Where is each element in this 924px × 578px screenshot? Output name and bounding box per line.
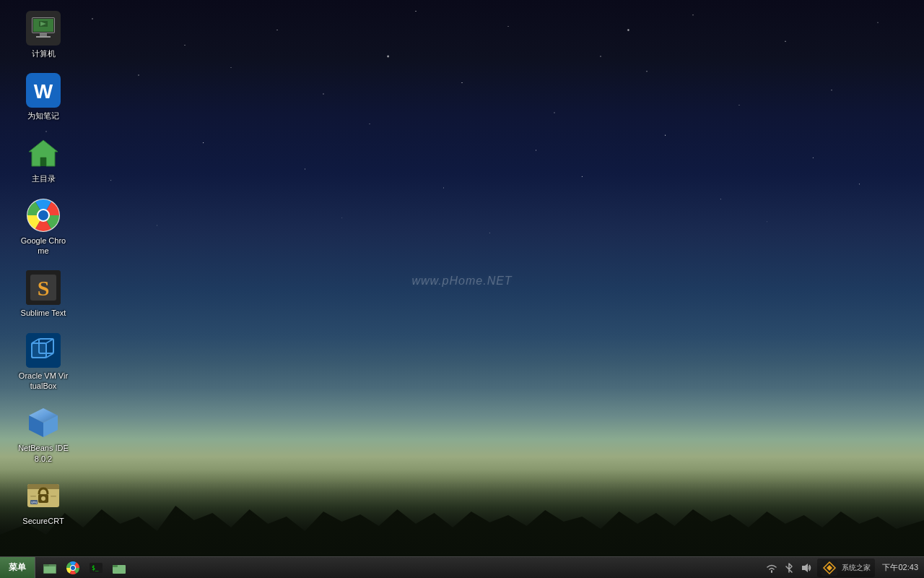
- svg-point-44: [71, 566, 75, 570]
- desktop-icon-computer[interactable]: 计算机: [14, 7, 72, 62]
- sysinfo-text-block: 系统之家: [842, 564, 871, 572]
- svg-text:VPN: VPN: [31, 501, 37, 504]
- wiz-icon-image: W: [26, 73, 61, 108]
- taskbar-sysinfo: 系统之家: [817, 558, 875, 577]
- taskbar-clock: 下午02:43: [882, 562, 918, 573]
- tree-silhouette: [0, 484, 924, 556]
- svg-rect-35: [30, 496, 36, 497]
- sublime-icon-label: Sublime Text: [21, 308, 66, 318]
- netbeans-svg: [26, 405, 61, 440]
- netbeans-icon-image: [26, 405, 61, 440]
- chrome-icon-image: [26, 198, 61, 233]
- virtualbox-svg: [26, 333, 61, 368]
- computer-icon-image: [26, 11, 61, 46]
- sysinfo-label: 系统之家: [842, 564, 871, 572]
- wiz-svg: W: [29, 76, 58, 105]
- desktop-icon-securecrt[interactable]: VPN SecureCRT: [14, 475, 72, 530]
- svg-marker-49: [802, 564, 808, 572]
- svg-rect-34: [43, 499, 44, 501]
- securecrt-icon-image: VPN: [26, 478, 61, 513]
- svg-rect-3: [36, 36, 51, 38]
- desktop-icons-container: 计算机 W 为知笔记 主目录: [14, 7, 72, 530]
- desktop-icon-sublime[interactable]: S Sublime Text: [14, 267, 72, 322]
- desktop-icon-home[interactable]: 主目录: [14, 132, 72, 187]
- home-icon-image: [26, 136, 61, 171]
- home-svg: [26, 136, 61, 171]
- svg-text:W: W: [34, 80, 53, 103]
- taskbar-bluetooth-icon[interactable]: [783, 561, 796, 574]
- taskbar-tray: 系统之家 下午02:43: [759, 557, 924, 579]
- chrome-icon-label: Google Chrome: [18, 236, 69, 256]
- svg-rect-36: [51, 496, 56, 497]
- desktop-icon-wiz[interactable]: W 为知笔记: [14, 69, 72, 124]
- svg-text:S: S: [38, 276, 50, 300]
- svg-rect-48: [113, 565, 118, 567]
- securecrt-svg: VPN: [26, 478, 61, 513]
- desktop-icon-chrome[interactable]: Google Chrome: [14, 194, 72, 260]
- taskbar-wifi-icon[interactable]: [765, 561, 778, 574]
- watermark: www.pHome.NET: [411, 275, 512, 288]
- svg-rect-11: [40, 158, 46, 166]
- desktop: www.pHome.NET 计算机: [0, 0, 924, 578]
- wiz-icon-label: 为知笔记: [27, 111, 59, 121]
- home-icon-label: 主目录: [32, 173, 56, 184]
- securecrt-icon-label: SecureCRT: [22, 516, 64, 526]
- sysinfo-logo-icon: [821, 560, 837, 576]
- computer-svg: [29, 14, 58, 43]
- svg-rect-21: [32, 343, 46, 358]
- taskbar-chrome-icon[interactable]: [63, 558, 83, 578]
- svg-rect-41: [44, 566, 56, 573]
- taskbar-apps-area: $_: [35, 557, 759, 579]
- chrome-svg: [26, 198, 61, 233]
- taskbar-volume-icon[interactable]: [800, 561, 813, 574]
- virtualbox-icon-label: Oracle VM VirtualBox: [18, 371, 69, 392]
- svg-rect-2: [40, 33, 47, 36]
- desktop-icon-virtualbox[interactable]: Oracle VM VirtualBox: [14, 329, 72, 395]
- svg-rect-40: [43, 564, 49, 566]
- taskbar: 菜单: [0, 556, 924, 578]
- sublime-svg: S: [26, 270, 61, 305]
- taskbar-folder-icon[interactable]: [109, 558, 129, 578]
- sublime-icon-image: S: [26, 270, 61, 305]
- virtualbox-icon-image: [26, 333, 61, 368]
- svg-text:$_: $_: [92, 565, 99, 571]
- taskbar-terminal-icon[interactable]: $_: [86, 558, 106, 578]
- taskbar-filemanager-icon[interactable]: [40, 558, 60, 578]
- computer-icon-label: 计算机: [32, 48, 56, 59]
- netbeans-icon-label: NetBeans IDE 8.0.2: [18, 443, 69, 464]
- svg-point-14: [38, 210, 48, 220]
- taskbar-menu-button[interactable]: 菜单: [0, 557, 35, 579]
- desktop-icon-netbeans[interactable]: NetBeans IDE 8.0.2: [14, 402, 72, 467]
